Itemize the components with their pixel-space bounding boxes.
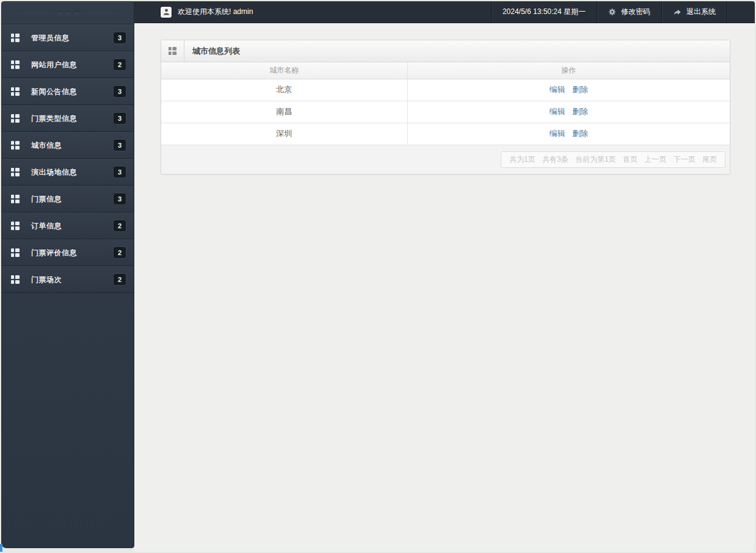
actions-cell: 编辑 删除: [407, 101, 730, 123]
grip-dot: [66, 11, 70, 15]
pagination-pages-info: 共为1页: [509, 155, 536, 164]
logout-label: 退出系统: [686, 7, 716, 17]
grid-icon: [10, 114, 20, 123]
table-row: 深圳 编辑 删除: [161, 123, 730, 145]
grid-icon: [10, 275, 20, 284]
table-row: 北京 编辑 删除: [161, 79, 730, 101]
count-badge: 2: [113, 59, 126, 71]
count-badge: 3: [113, 85, 126, 98]
city-cell: 南昌: [161, 101, 407, 123]
sidebar-item-label: 管理员信息: [31, 33, 70, 43]
change-password-label: 修改密码: [621, 7, 650, 17]
grip-line: [19, 13, 53, 13]
sidebar: 管理员信息 3 网站用户信息 2 新闻公告信息 3 门票类型信息 3 城市信息 …: [1, 1, 134, 548]
table-row: 南昌 编辑 删除: [161, 101, 730, 123]
pagination-bar: 共为1页 共有3条 当前为第1页 首页 上一页 下一页 尾页: [501, 151, 725, 168]
column-header-city: 城市名称: [161, 62, 407, 79]
table-header-row: 城市名称 操作: [161, 62, 730, 79]
city-list-panel: 城市信息列表 城市名称 操作 北京 编辑 删除: [161, 40, 730, 175]
bottom-left-accent: [0, 544, 2, 552]
sidebar-item-admin-info[interactable]: 管理员信息 3: [2, 24, 134, 51]
count-badge: 2: [113, 247, 126, 259]
city-cell: 北京: [161, 79, 407, 101]
delete-link[interactable]: 删除: [572, 107, 588, 116]
pagination-count-info: 共有3条: [542, 155, 569, 164]
panel-footer: 共为1页 共有3条 当前为第1页 首页 上一页 下一页 尾页: [161, 145, 730, 174]
welcome-text: 欢迎使用本系统! admin: [178, 7, 253, 17]
grid-icon: [10, 60, 20, 70]
sidebar-item-ticket-review-info[interactable]: 门票评价信息 2: [2, 239, 134, 266]
change-password-button[interactable]: 修改密码: [597, 1, 661, 23]
count-badge: 3: [113, 193, 126, 205]
welcome-area: 欢迎使用本系统! admin: [134, 7, 491, 18]
grip-dot: [75, 11, 79, 15]
sidebar-item-ticket-info[interactable]: 门票信息 3: [2, 186, 134, 212]
sidebar-item-label: 门票信息: [31, 194, 62, 204]
sidebar-item-order-info[interactable]: 订单信息 2: [2, 212, 134, 239]
panel-title: 城市信息列表: [184, 40, 240, 62]
sidebar-item-label: 门票场次: [31, 275, 62, 285]
sidebar-item-label: 订单信息: [31, 221, 62, 231]
logout-button[interactable]: 退出系统: [661, 1, 727, 23]
pagination-prev-link[interactable]: 上一页: [644, 155, 666, 164]
header-tail-spacer: [727, 1, 755, 23]
pagination-current-info: 当前为第1页: [575, 155, 616, 164]
main-content: 城市信息列表 城市名称 操作 北京 编辑 删除: [134, 23, 755, 552]
count-badge: 3: [113, 139, 126, 151]
city-table: 城市名称 操作 北京 编辑 删除 南昌 编: [161, 62, 730, 145]
sidebar-item-venue-info[interactable]: 演出场地信息 3: [2, 159, 134, 186]
grid-icon: [10, 33, 20, 43]
grip-line: [83, 13, 117, 13]
sidebar-item-label: 城市信息: [31, 140, 62, 151]
pagination-next-link[interactable]: 下一页: [674, 155, 696, 164]
delete-link[interactable]: 删除: [572, 85, 588, 94]
count-badge: 2: [113, 273, 126, 286]
count-badge: 2: [113, 220, 126, 232]
count-badge: 3: [113, 112, 126, 125]
grid-icon: [161, 40, 184, 62]
panel-header: 城市信息列表: [161, 40, 730, 62]
city-cell: 深圳: [161, 123, 407, 145]
user-avatar-icon: [161, 7, 172, 18]
sidebar-item-label: 门票评价信息: [31, 248, 77, 258]
sidebar-item-label: 网站用户信息: [31, 60, 77, 70]
sidebar-item-ticket-type-info[interactable]: 门票类型信息 3: [2, 105, 134, 132]
sidebar-item-label: 演出场地信息: [31, 167, 77, 178]
pagination-last-link[interactable]: 尾页: [702, 155, 717, 164]
sidebar-item-label: 门票类型信息: [31, 114, 77, 124]
actions-cell: 编辑 删除: [407, 79, 730, 101]
column-header-actions: 操作: [407, 62, 730, 79]
sidebar-item-label: 新闻公告信息: [31, 87, 77, 97]
grid-icon: [10, 87, 20, 96]
grip-dot: [57, 11, 62, 15]
app-window: 管理员信息 3 网站用户信息 2 新闻公告信息 3 门票类型信息 3 城市信息 …: [0, 0, 756, 553]
edit-link[interactable]: 编辑: [549, 129, 565, 138]
actions-cell: 编辑 删除: [407, 123, 730, 145]
pagination-first-link[interactable]: 首页: [623, 155, 638, 164]
delete-link[interactable]: 删除: [572, 129, 588, 138]
count-badge: 3: [113, 32, 126, 44]
sidebar-grip: [2, 2, 134, 24]
datetime-display: 2024/5/6 13:50:24 星期一: [491, 1, 597, 23]
edit-link[interactable]: 编辑: [549, 85, 565, 94]
sidebar-item-news-info[interactable]: 新闻公告信息 3: [2, 78, 134, 105]
datetime-text: 2024/5/6 13:50:24 星期一: [503, 7, 586, 17]
edit-link[interactable]: 编辑: [549, 107, 565, 116]
grid-icon: [10, 140, 20, 150]
grid-icon: [10, 248, 20, 258]
gear-icon: [608, 8, 616, 16]
logout-arrow-icon: [673, 8, 681, 16]
grid-icon: [10, 221, 20, 231]
sidebar-item-ticket-session[interactable]: 门票场次 2: [2, 266, 134, 293]
sidebar-item-site-user-info[interactable]: 网站用户信息 2: [2, 51, 134, 78]
top-header-bar: 欢迎使用本系统! admin 2024/5/6 13:50:24 星期一 修: [134, 1, 755, 23]
grid-icon: [10, 167, 20, 177]
count-badge: 3: [113, 166, 126, 178]
grid-icon: [10, 194, 20, 204]
sidebar-item-city-info[interactable]: 城市信息 3: [2, 132, 134, 159]
